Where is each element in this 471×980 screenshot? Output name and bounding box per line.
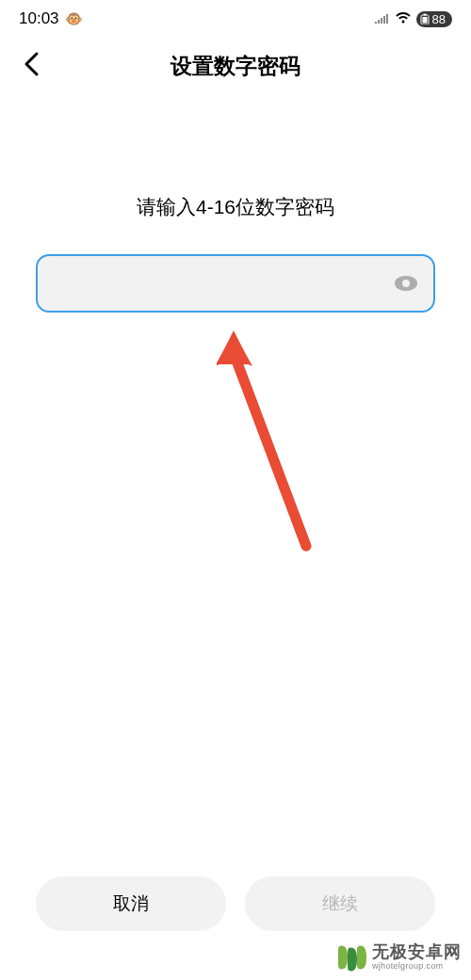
watermark-logo-icon — [334, 940, 368, 974]
cancel-button[interactable]: 取消 — [36, 876, 226, 931]
status-time: 10:03 — [19, 9, 59, 28]
watermark-title: 无极安卓网 — [372, 943, 462, 962]
svg-rect-1 — [423, 14, 426, 16]
battery-indicator: 88 — [416, 11, 452, 27]
back-button[interactable] — [23, 51, 40, 82]
svg-marker-11 — [217, 330, 251, 364]
bottom-button-bar: 取消 继续 — [0, 876, 471, 931]
password-input[interactable] — [53, 274, 394, 294]
signal-icon — [375, 10, 390, 27]
page-title: 设置数字密码 — [19, 52, 452, 81]
status-bar: 10:03 🐵 88 — [0, 0, 471, 34]
password-field-container — [36, 254, 435, 313]
prompt-text: 请输入4-16位数字密码 — [36, 194, 435, 220]
toggle-visibility-icon[interactable] — [394, 275, 418, 292]
svg-line-9 — [234, 353, 306, 546]
navigation-bar: 设置数字密码 — [0, 34, 471, 90]
svg-marker-7 — [234, 342, 249, 362]
continue-button[interactable]: 继续 — [245, 876, 435, 931]
battery-percent: 88 — [432, 12, 446, 26]
watermark-url: wjhotelgroup.com — [372, 962, 462, 972]
watermark: 无极安卓网 wjhotelgroup.com — [334, 940, 462, 974]
wifi-icon — [395, 10, 412, 27]
status-left: 10:03 🐵 — [19, 9, 83, 28]
annotation-arrow-icon — [217, 325, 330, 573]
svg-marker-8 — [222, 342, 245, 364]
status-right: 88 — [375, 10, 452, 27]
svg-point-4 — [402, 280, 410, 287]
svg-marker-6 — [219, 342, 234, 362]
status-notification-icon: 🐵 — [65, 10, 83, 27]
content-area: 请输入4-16位数字密码 — [0, 194, 471, 313]
svg-rect-2 — [422, 17, 427, 24]
watermark-text: 无极安卓网 wjhotelgroup.com — [372, 943, 462, 972]
svg-marker-10 — [217, 332, 252, 366]
